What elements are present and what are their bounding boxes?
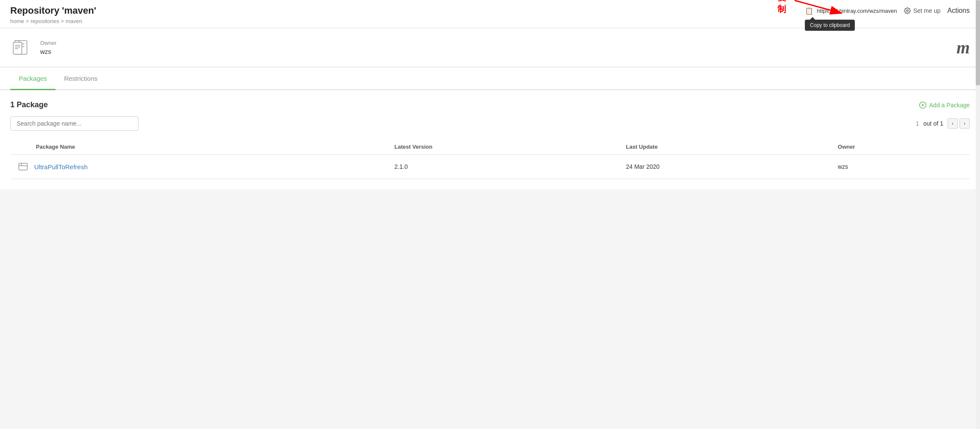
tab-restrictions[interactable]: Restrictions: [56, 68, 106, 90]
annotation-text: 复制: [778, 0, 786, 15]
pagination-out-of: out of 1: [923, 120, 943, 127]
col-package-name: Package Name: [10, 139, 387, 155]
url-text: https://dl.bintray.com/wzs/maven: [817, 8, 897, 14]
repo-card-left: Owner wzs: [10, 37, 56, 58]
packages-header: 1 Package Add a Package: [10, 100, 970, 109]
package-icon: [17, 161, 29, 173]
col-latest-version: Latest Version: [387, 139, 619, 155]
copy-icon[interactable]: 📋: [805, 7, 813, 15]
tabs: Packages Restrictions: [0, 68, 980, 90]
search-and-pagination: 1 out of 1 ‹ ›: [10, 116, 970, 131]
add-package-label: Add a Package: [929, 102, 970, 109]
search-input[interactable]: [10, 116, 138, 131]
scrollbar-thumb[interactable]: [976, 0, 980, 85]
packages-content: 1 Package Add a Package 1 out of 1 ‹ ›: [0, 90, 980, 189]
packages-table: Package Name Latest Version Last Update …: [10, 139, 970, 179]
repo-info: Owner wzs: [40, 40, 56, 55]
col-last-update: Last Update: [619, 139, 831, 155]
repo-icon: [10, 37, 32, 58]
set-me-up-button[interactable]: Set me up: [904, 7, 941, 14]
packages-count: 1 Package: [10, 100, 48, 109]
prev-page-button[interactable]: ‹: [948, 118, 958, 129]
scrollbar-track[interactable]: [976, 0, 980, 189]
set-me-up-label: Set me up: [913, 7, 941, 14]
svg-rect-15: [19, 163, 27, 170]
col-owner: Owner: [831, 139, 970, 155]
table-row: UltraPullToRefresh 2.1.0 24 Mar 2020 wzs: [10, 155, 970, 179]
actions-button[interactable]: Actions: [948, 7, 970, 15]
package-name[interactable]: UltraPullToRefresh: [34, 163, 88, 170]
owner-value: wzs: [40, 48, 56, 55]
plus-circle-icon: [919, 101, 927, 109]
pkg-owner-cell: wzs: [831, 155, 970, 179]
svg-point-2: [907, 10, 908, 12]
owner-label: Owner: [40, 40, 56, 46]
tabs-section: Packages Restrictions 1 Package Add a Pa…: [0, 68, 980, 189]
breadcrumb-sep2: >: [61, 18, 64, 24]
gear-icon: [904, 7, 911, 14]
next-page-button[interactable]: ›: [959, 118, 970, 129]
add-package-button[interactable]: Add a Package: [919, 101, 970, 109]
pkg-name-cell: UltraPullToRefresh: [10, 155, 387, 179]
maven-logo: m: [957, 38, 970, 58]
svg-rect-8: [13, 42, 22, 54]
header: Repository 'maven' 复制 📋 https://dl.bintr…: [0, 0, 980, 28]
header-top: Repository 'maven' 复制 📋 https://dl.bintr…: [10, 0, 970, 18]
pkg-version-cell: 2.1.0: [387, 155, 619, 179]
breadcrumb-sep1: >: [26, 18, 29, 24]
pagination: 1 out of 1 ‹ ›: [916, 118, 970, 129]
breadcrumb-home[interactable]: home: [10, 18, 24, 24]
breadcrumb-repositories[interactable]: repositories: [30, 18, 59, 24]
pagination-current: 1: [916, 120, 919, 127]
pagination-nav: ‹ ›: [948, 118, 970, 129]
tab-packages[interactable]: Packages: [10, 68, 56, 90]
copy-tooltip: Copy to clipboard: [805, 20, 855, 31]
pkg-update-cell: 24 Mar 2020: [619, 155, 831, 179]
table-header: Package Name Latest Version Last Update …: [10, 139, 970, 155]
page-title: Repository 'maven': [10, 5, 96, 16]
repo-card: Owner wzs m: [0, 28, 980, 67]
header-actions: 复制 📋 https://dl.bintray.com/wzs/maven Co…: [805, 7, 970, 15]
table-body: UltraPullToRefresh 2.1.0 24 Mar 2020 wzs: [10, 155, 970, 179]
breadcrumb-current: maven: [65, 18, 82, 24]
